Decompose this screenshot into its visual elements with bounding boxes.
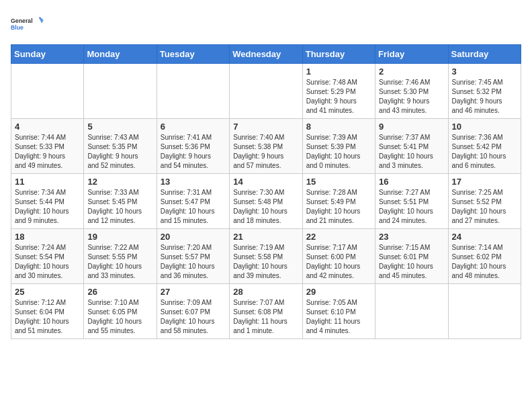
svg-marker-3 (40, 19, 44, 24)
calendar-cell: 27Sunrise: 7:09 AM Sunset: 6:07 PM Dayli… (157, 284, 229, 339)
weekday-header: Thursday (302, 45, 375, 64)
day-number: 24 (452, 232, 517, 242)
calendar-cell: 29Sunrise: 7:05 AM Sunset: 6:10 PM Dayli… (302, 284, 375, 339)
day-number: 25 (15, 287, 80, 297)
day-number: 8 (306, 122, 371, 132)
weekday-header: Friday (375, 45, 448, 64)
calendar-cell: 23Sunrise: 7:15 AM Sunset: 6:01 PM Dayli… (375, 229, 448, 284)
day-info: Sunrise: 7:19 AM Sunset: 5:58 PM Dayligh… (233, 243, 298, 281)
day-info: Sunrise: 7:10 AM Sunset: 6:05 PM Dayligh… (87, 298, 152, 336)
day-number: 18 (15, 232, 80, 242)
weekday-header: Tuesday (157, 45, 229, 64)
day-info: Sunrise: 7:17 AM Sunset: 6:00 PM Dayligh… (306, 243, 371, 281)
day-number: 12 (87, 177, 152, 187)
calendar-cell (375, 284, 448, 339)
day-number: 4 (15, 122, 80, 132)
weekday-header: Saturday (448, 45, 521, 64)
calendar-cell: 22Sunrise: 7:17 AM Sunset: 6:00 PM Dayli… (302, 229, 375, 284)
weekday-header: Wednesday (230, 45, 302, 64)
day-number: 16 (379, 177, 444, 187)
day-number: 5 (87, 122, 152, 132)
calendar-cell (230, 64, 302, 119)
day-number: 15 (306, 177, 371, 187)
day-number: 9 (379, 122, 444, 132)
day-number: 27 (161, 287, 226, 297)
day-info: Sunrise: 7:15 AM Sunset: 6:01 PM Dayligh… (379, 243, 444, 281)
calendar-cell: 2Sunrise: 7:46 AM Sunset: 5:30 PM Daylig… (375, 64, 448, 119)
calendar-week-row: 11Sunrise: 7:34 AM Sunset: 5:44 PM Dayli… (11, 174, 521, 229)
calendar-cell: 26Sunrise: 7:10 AM Sunset: 6:05 PM Dayli… (84, 284, 157, 339)
calendar-cell: 9Sunrise: 7:37 AM Sunset: 5:41 PM Daylig… (375, 119, 448, 174)
day-info: Sunrise: 7:24 AM Sunset: 5:54 PM Dayligh… (15, 243, 80, 281)
day-number: 11 (15, 177, 80, 187)
calendar-cell (157, 64, 229, 119)
day-number: 10 (452, 122, 517, 132)
day-number: 28 (233, 287, 298, 297)
calendar-cell: 5Sunrise: 7:43 AM Sunset: 5:35 PM Daylig… (84, 119, 157, 174)
calendar-cell: 12Sunrise: 7:33 AM Sunset: 5:45 PM Dayli… (84, 174, 157, 229)
calendar-cell: 13Sunrise: 7:31 AM Sunset: 5:47 PM Dayli… (157, 174, 229, 229)
day-number: 21 (233, 232, 298, 242)
day-number: 1 (306, 66, 371, 77)
calendar-cell: 4Sunrise: 7:44 AM Sunset: 5:33 PM Daylig… (11, 119, 84, 174)
calendar-cell: 24Sunrise: 7:14 AM Sunset: 6:02 PM Dayli… (448, 229, 521, 284)
calendar-cell: 1Sunrise: 7:48 AM Sunset: 5:29 PM Daylig… (302, 64, 375, 119)
calendar-cell: 19Sunrise: 7:22 AM Sunset: 5:55 PM Dayli… (84, 229, 157, 284)
day-number: 7 (233, 122, 298, 132)
day-info: Sunrise: 7:34 AM Sunset: 5:44 PM Dayligh… (15, 188, 80, 226)
day-number: 26 (87, 287, 152, 297)
calendar-week-row: 18Sunrise: 7:24 AM Sunset: 5:54 PM Dayli… (11, 229, 521, 284)
day-info: Sunrise: 7:22 AM Sunset: 5:55 PM Dayligh… (87, 243, 152, 281)
calendar-cell (448, 284, 521, 339)
day-number: 29 (306, 287, 371, 297)
day-number: 14 (233, 177, 298, 187)
header: General Blue (11, 11, 521, 38)
day-info: Sunrise: 7:44 AM Sunset: 5:33 PM Dayligh… (15, 133, 80, 171)
day-info: Sunrise: 7:09 AM Sunset: 6:07 PM Dayligh… (161, 298, 226, 336)
day-info: Sunrise: 7:27 AM Sunset: 5:51 PM Dayligh… (379, 188, 444, 226)
calendar-cell: 20Sunrise: 7:20 AM Sunset: 5:57 PM Dayli… (157, 229, 229, 284)
calendar-cell: 15Sunrise: 7:28 AM Sunset: 5:49 PM Dayli… (302, 174, 375, 229)
day-info: Sunrise: 7:28 AM Sunset: 5:49 PM Dayligh… (306, 188, 371, 226)
day-info: Sunrise: 7:07 AM Sunset: 6:08 PM Dayligh… (233, 298, 298, 336)
calendar-week-row: 1Sunrise: 7:48 AM Sunset: 5:29 PM Daylig… (11, 64, 521, 119)
day-info: Sunrise: 7:43 AM Sunset: 5:35 PM Dayligh… (87, 133, 152, 171)
day-number: 3 (452, 66, 517, 77)
weekday-header: Sunday (11, 45, 84, 64)
day-number: 23 (379, 232, 444, 242)
day-number: 20 (161, 232, 226, 242)
calendar-cell: 7Sunrise: 7:40 AM Sunset: 5:38 PM Daylig… (230, 119, 302, 174)
day-info: Sunrise: 7:14 AM Sunset: 6:02 PM Dayligh… (452, 243, 517, 281)
calendar: SundayMondayTuesdayWednesdayThursdayFrid… (11, 44, 521, 339)
calendar-cell: 21Sunrise: 7:19 AM Sunset: 5:58 PM Dayli… (230, 229, 302, 284)
day-info: Sunrise: 7:41 AM Sunset: 5:36 PM Dayligh… (161, 133, 226, 171)
day-info: Sunrise: 7:20 AM Sunset: 5:57 PM Dayligh… (161, 243, 226, 281)
calendar-cell (11, 64, 84, 119)
day-info: Sunrise: 7:25 AM Sunset: 5:52 PM Dayligh… (452, 188, 517, 226)
day-info: Sunrise: 7:05 AM Sunset: 6:10 PM Dayligh… (306, 298, 371, 336)
day-info: Sunrise: 7:39 AM Sunset: 5:39 PM Dayligh… (306, 133, 371, 171)
day-number: 13 (161, 177, 226, 187)
calendar-cell: 16Sunrise: 7:27 AM Sunset: 5:51 PM Dayli… (375, 174, 448, 229)
day-info: Sunrise: 7:48 AM Sunset: 5:29 PM Dayligh… (306, 78, 371, 116)
day-info: Sunrise: 7:46 AM Sunset: 5:30 PM Dayligh… (379, 78, 444, 116)
day-info: Sunrise: 7:36 AM Sunset: 5:42 PM Dayligh… (452, 133, 517, 171)
day-info: Sunrise: 7:33 AM Sunset: 5:45 PM Dayligh… (87, 188, 152, 226)
weekday-header: Monday (84, 45, 157, 64)
calendar-week-row: 25Sunrise: 7:12 AM Sunset: 6:04 PM Dayli… (11, 284, 521, 339)
day-number: 22 (306, 232, 371, 242)
day-info: Sunrise: 7:31 AM Sunset: 5:47 PM Dayligh… (161, 188, 226, 226)
calendar-cell: 18Sunrise: 7:24 AM Sunset: 5:54 PM Dayli… (11, 229, 84, 284)
calendar-cell: 8Sunrise: 7:39 AM Sunset: 5:39 PM Daylig… (302, 119, 375, 174)
day-info: Sunrise: 7:40 AM Sunset: 5:38 PM Dayligh… (233, 133, 298, 171)
calendar-cell: 28Sunrise: 7:07 AM Sunset: 6:08 PM Dayli… (230, 284, 302, 339)
svg-text:Blue: Blue (11, 24, 24, 31)
day-info: Sunrise: 7:45 AM Sunset: 5:32 PM Dayligh… (452, 78, 517, 116)
calendar-week-row: 4Sunrise: 7:44 AM Sunset: 5:33 PM Daylig… (11, 119, 521, 174)
calendar-cell: 6Sunrise: 7:41 AM Sunset: 5:36 PM Daylig… (157, 119, 229, 174)
day-info: Sunrise: 7:37 AM Sunset: 5:41 PM Dayligh… (379, 133, 444, 171)
svg-text:General: General (11, 17, 33, 24)
logo: General Blue (11, 11, 44, 38)
day-info: Sunrise: 7:30 AM Sunset: 5:48 PM Dayligh… (233, 188, 298, 226)
calendar-header-row: SundayMondayTuesdayWednesdayThursdayFrid… (11, 45, 521, 64)
